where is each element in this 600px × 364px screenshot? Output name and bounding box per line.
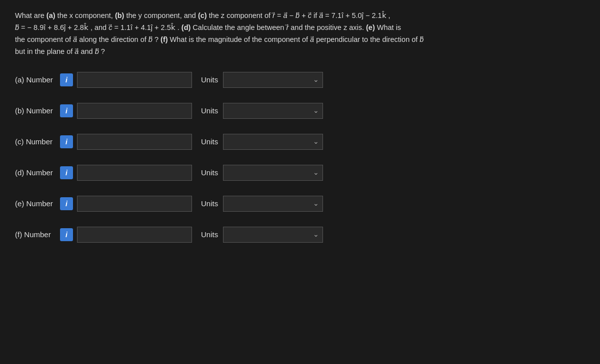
part-a-units-label: Units xyxy=(201,75,218,84)
part-c-number-input[interactable] xyxy=(77,134,192,150)
part-e-units-dropdown-wrapper xyxy=(223,196,323,212)
part-e-number-input[interactable] xyxy=(77,196,192,212)
part-e-units-label: Units xyxy=(201,199,218,208)
part-c-units-label: Units xyxy=(201,137,218,146)
part-e-label: (e) Number xyxy=(15,199,60,208)
part-a-label: (a) Number xyxy=(15,75,60,84)
question-line-4: but in the plane of a⃗ and b⃗ ? xyxy=(15,46,585,58)
part-f-number-input[interactable] xyxy=(77,227,192,243)
part-f-info-button[interactable]: i xyxy=(60,228,73,241)
part-b-number-input[interactable] xyxy=(77,103,192,119)
part-c-info-button[interactable]: i xyxy=(60,135,73,148)
question-line-1: What are (a) the x component, (b) the y … xyxy=(15,10,585,22)
part-d-info-button[interactable]: i xyxy=(60,166,73,179)
part-b-info-button[interactable]: i xyxy=(60,104,73,117)
part-d-units-dropdown-wrapper xyxy=(223,165,323,181)
part-b-units-dropdown[interactable] xyxy=(223,103,323,119)
part-d-row: (d) Number i Units xyxy=(15,165,585,181)
part-f-units-dropdown-wrapper xyxy=(223,227,323,243)
part-a-units-dropdown[interactable] xyxy=(223,72,323,88)
part-b-label: (b) Number xyxy=(15,106,60,115)
part-e-units-dropdown[interactable] xyxy=(223,196,323,212)
parts-container: (a) Number i Units (b) Number i Units (c… xyxy=(15,72,585,243)
part-b-units-label: Units xyxy=(201,106,218,115)
part-a-info-button[interactable]: i xyxy=(60,73,73,86)
part-d-number-input[interactable] xyxy=(77,165,192,181)
part-f-units-label: Units xyxy=(201,230,218,239)
part-c-label: (c) Number xyxy=(15,137,60,146)
part-c-units-dropdown-wrapper xyxy=(223,134,323,150)
part-f-label: (f) Number xyxy=(15,230,60,239)
part-a-number-input[interactable] xyxy=(77,72,192,88)
question-line-2: b⃗ = − 8.9î + 8.6ĵ + 2.8k̂ , and c⃗ = 1.… xyxy=(15,22,585,34)
part-b-units-dropdown-wrapper xyxy=(223,103,323,119)
part-a-row: (a) Number i Units xyxy=(15,72,585,88)
part-a-units-dropdown-wrapper xyxy=(223,72,323,88)
question-block: What are (a) the x component, (b) the y … xyxy=(15,10,585,58)
part-c-units-dropdown[interactable] xyxy=(223,134,323,150)
part-d-units-dropdown[interactable] xyxy=(223,165,323,181)
part-e-row: (e) Number i Units xyxy=(15,196,585,212)
part-f-units-dropdown[interactable] xyxy=(223,227,323,243)
part-b-row: (b) Number i Units xyxy=(15,103,585,119)
part-d-label: (d) Number xyxy=(15,168,60,177)
part-c-row: (c) Number i Units xyxy=(15,134,585,150)
question-line-3: the component of a⃗ along the direction … xyxy=(15,34,585,46)
part-f-row: (f) Number i Units xyxy=(15,227,585,243)
part-d-units-label: Units xyxy=(201,168,218,177)
part-e-info-button[interactable]: i xyxy=(60,197,73,210)
